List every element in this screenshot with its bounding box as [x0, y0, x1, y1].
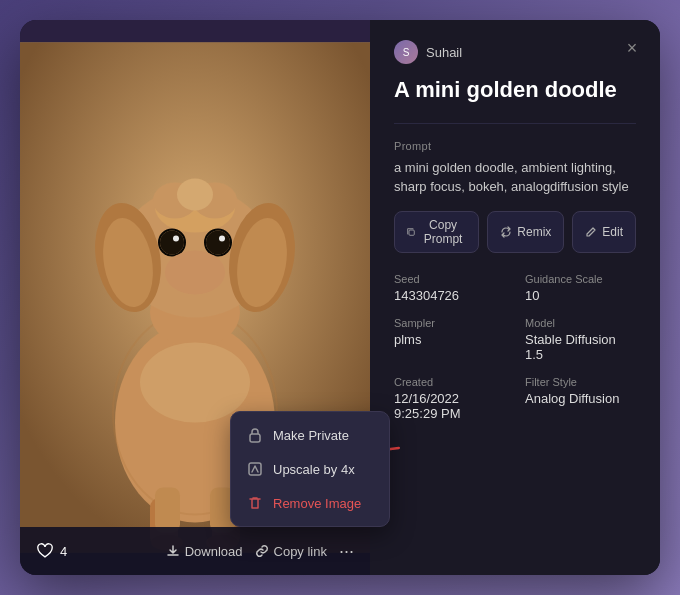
meta-filter: Filter Style Analog Diffusion — [525, 376, 636, 421]
meta-model-value: Stable Diffusion 1.5 — [525, 332, 636, 362]
detail-panel: × S Suhail A mini golden doodle Prompt a… — [370, 20, 660, 575]
context-menu: Make Private Upscale by 4x Remove Image — [230, 411, 390, 527]
trash-icon — [247, 495, 263, 511]
meta-created-value: 12/16/2022 9:25:29 PM — [394, 391, 505, 421]
meta-seed-label: Seed — [394, 273, 505, 285]
like-button[interactable]: 4 — [36, 542, 67, 560]
meta-sampler: Sampler plms — [394, 317, 505, 362]
svg-point-13 — [177, 179, 213, 211]
meta-seed: Seed 143304726 — [394, 273, 505, 303]
remix-icon — [500, 226, 512, 238]
meta-created-label: Created — [394, 376, 505, 388]
meta-seed-value: 143304726 — [394, 288, 505, 303]
image-bottom-bar: 4 Download Copy link ··· — [20, 527, 370, 575]
image-title: A mini golden doodle — [394, 76, 636, 105]
svg-rect-32 — [249, 463, 261, 475]
menu-item-remove[interactable]: Remove Image — [231, 486, 389, 520]
copy-icon — [407, 226, 415, 238]
link-icon — [255, 544, 269, 558]
svg-point-16 — [173, 236, 179, 242]
divider — [394, 123, 636, 124]
meta-filter-value: Analog Diffusion — [525, 391, 636, 406]
remix-button[interactable]: Remix — [487, 211, 564, 253]
svg-point-23 — [165, 251, 225, 295]
copy-link-label: Copy link — [274, 544, 327, 559]
edit-button[interactable]: Edit — [572, 211, 636, 253]
like-count: 4 — [60, 544, 67, 559]
prompt-text: a mini golden doodle, ambient lighting, … — [394, 158, 636, 197]
more-button[interactable]: ··· — [339, 542, 354, 560]
upscale-icon — [247, 461, 263, 477]
heart-icon — [36, 542, 54, 560]
svg-rect-34 — [409, 230, 414, 235]
meta-model: Model Stable Diffusion 1.5 — [525, 317, 636, 362]
meta-guidance-label: Guidance Scale — [525, 273, 636, 285]
meta-created: Created 12/16/2022 9:25:29 PM — [394, 376, 505, 421]
modal: Make Private Upscale by 4x Remove Image — [20, 20, 660, 575]
image-panel: Make Private Upscale by 4x Remove Image — [20, 20, 370, 575]
meta-sampler-value: plms — [394, 332, 505, 347]
menu-item-label: Upscale by 4x — [273, 462, 355, 477]
action-buttons: Copy Prompt Remix Edit — [394, 211, 636, 253]
meta-guidance-value: 10 — [525, 288, 636, 303]
avatar: S — [394, 40, 418, 64]
menu-item-upscale[interactable]: Upscale by 4x — [231, 452, 389, 486]
svg-point-30 — [140, 343, 250, 423]
user-row: S Suhail — [394, 40, 636, 64]
svg-rect-31 — [250, 434, 260, 442]
lock-icon — [247, 427, 263, 443]
meta-guidance: Guidance Scale 10 — [525, 273, 636, 303]
username: Suhail — [426, 45, 462, 60]
download-button[interactable]: Download — [166, 544, 243, 559]
copy-prompt-button[interactable]: Copy Prompt — [394, 211, 479, 253]
close-button[interactable]: × — [618, 34, 646, 62]
meta-sampler-label: Sampler — [394, 317, 505, 329]
copy-link-button[interactable]: Copy link — [255, 544, 327, 559]
download-icon — [166, 544, 180, 558]
svg-point-14 — [160, 231, 184, 255]
svg-rect-26 — [155, 488, 180, 533]
prompt-label: Prompt — [394, 140, 636, 152]
metadata-grid: Seed 143304726 Guidance Scale 10 Sampler… — [394, 273, 636, 421]
menu-item-label: Remove Image — [273, 496, 361, 511]
meta-filter-label: Filter Style — [525, 376, 636, 388]
edit-icon — [585, 226, 597, 238]
menu-item-label: Make Private — [273, 428, 349, 443]
svg-point-17 — [219, 236, 225, 242]
meta-model-label: Model — [525, 317, 636, 329]
download-label: Download — [185, 544, 243, 559]
svg-point-15 — [206, 231, 230, 255]
menu-item-make-private[interactable]: Make Private — [231, 418, 389, 452]
